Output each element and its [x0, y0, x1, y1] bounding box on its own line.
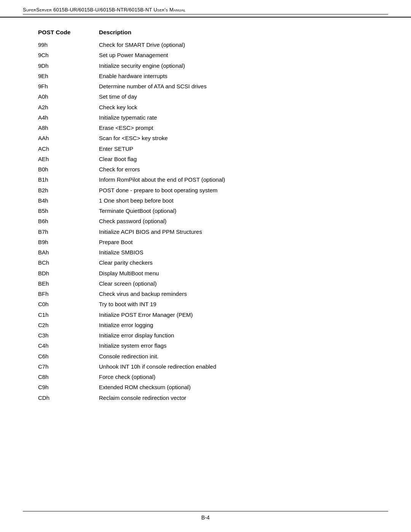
table-row: B2hPOST done - prepare to boot operating…: [38, 185, 373, 195]
table-row: BAhInitialize SMBIOS: [38, 247, 373, 257]
cell-post-code: B2h: [38, 186, 99, 195]
cell-post-code: BCh: [38, 258, 99, 267]
cell-description: Force check (optional): [99, 372, 373, 381]
cell-description: Reclaim console redirection vector: [99, 393, 373, 402]
cell-description: Set time of day: [99, 92, 373, 101]
table-row: A8hErase <ESC> prompt: [38, 123, 373, 133]
cell-description: Clear parity checkers: [99, 258, 373, 267]
cell-description: Prepare Boot: [99, 238, 373, 246]
table-row: AEhClear Boot flag: [38, 154, 373, 164]
table-row: B7hInitialize ACPI BIOS and PPM Structur…: [38, 227, 373, 237]
cell-post-code: 9Dh: [38, 61, 99, 70]
cell-post-code: A4h: [38, 113, 99, 122]
table-row: A4hInitialize typematic rate: [38, 112, 373, 123]
table-header: POST Code Description: [38, 29, 373, 36]
cell-post-code: B4h: [38, 196, 99, 205]
col-header-code: POST Code: [38, 29, 99, 36]
cell-description: Check password (optional): [99, 217, 373, 225]
cell-description: 1 One short beep before boot: [99, 196, 373, 205]
header-divider: [23, 14, 388, 14]
table-row: C7hUnhook INT 10h if console redirection…: [38, 361, 373, 372]
table-row: CDhReclaim console redirection vector: [38, 393, 373, 403]
cell-description: Determine number of ATA and SCSI drives: [99, 82, 373, 91]
table-row: 9DhInitialize security engine (optional): [38, 61, 373, 71]
cell-post-code: C6h: [38, 352, 99, 361]
table-row: BEhClear screen (optional): [38, 278, 373, 289]
cell-description: Initialize ACPI BIOS and PPM Structures: [99, 227, 373, 236]
cell-description: Initialize typematic rate: [99, 113, 373, 122]
table-row: AChEnter SETUP: [38, 144, 373, 154]
page-container: SuperServer 6015B-UR/6015B-U/6015B-NTR/6…: [0, 0, 411, 532]
cell-description: Display MultiBoot menu: [99, 269, 373, 278]
cell-post-code: ACh: [38, 144, 99, 153]
cell-post-code: B6h: [38, 217, 99, 225]
table-row: AAhScan for <ESC> key stroke: [38, 133, 373, 143]
cell-description: Scan for <ESC> key stroke: [99, 134, 373, 142]
cell-description: Set up Power Management: [99, 51, 373, 59]
table-row: 9ChSet up Power Management: [38, 50, 373, 60]
cell-description: POST done - prepare to boot operating sy…: [99, 186, 373, 195]
cell-description: Check for SMART Drive (optional): [99, 40, 373, 49]
cell-description: Check virus and backup reminders: [99, 289, 373, 298]
table-row: C2hInitialize error logging: [38, 320, 373, 330]
page-footer: B-4: [0, 511, 411, 521]
table-row: B4h1 One short beep before boot: [38, 195, 373, 206]
cell-post-code: C3h: [38, 331, 99, 340]
cell-post-code: C1h: [38, 310, 99, 319]
cell-post-code: BAh: [38, 248, 99, 257]
page-header: SuperServer 6015B-UR/6015B-U/6015B-NTR/6…: [0, 0, 411, 18]
cell-description: Clear screen (optional): [99, 279, 373, 288]
table-row: BChClear parity checkers: [38, 257, 373, 268]
cell-post-code: C2h: [38, 321, 99, 329]
cell-post-code: B9h: [38, 238, 99, 246]
table-row: A2hCheck key lock: [38, 102, 373, 112]
table-row: BFhCheck virus and backup reminders: [38, 289, 373, 299]
cell-post-code: A0h: [38, 92, 99, 101]
post-code-table: POST Code Description 99hCheck for SMART…: [38, 29, 373, 403]
table-row: C6hConsole redirection init.: [38, 351, 373, 361]
table-row: C1hInitialize POST Error Manager (PEM): [38, 310, 373, 320]
table-row: B1hInform RomPilot about the end of POST…: [38, 174, 373, 185]
cell-post-code: B5h: [38, 206, 99, 215]
cell-post-code: 9Ch: [38, 51, 99, 59]
table-row: C4hInitialize system error flags: [38, 340, 373, 351]
table-row: B6hCheck password (optional): [38, 216, 373, 226]
cell-description: Initialize SMBIOS: [99, 248, 373, 257]
cell-post-code: A8h: [38, 123, 99, 132]
table-row: B0hCheck for errors: [38, 164, 373, 174]
cell-post-code: A2h: [38, 103, 99, 112]
main-content: POST Code Description 99hCheck for SMART…: [0, 18, 411, 433]
cell-post-code: B1h: [38, 175, 99, 184]
table-row: C8hForce check (optional): [38, 372, 373, 382]
cell-description: Check for errors: [99, 165, 373, 174]
header-title: SuperServer 6015B-UR/6015B-U/6015B-NTR/6…: [23, 7, 388, 13]
cell-post-code: AEh: [38, 155, 99, 163]
footer-divider: [23, 511, 388, 511]
cell-post-code: B7h: [38, 227, 99, 236]
table-row: A0hSet time of day: [38, 91, 373, 102]
table-row: C3hInitialize error display function: [38, 330, 373, 340]
table-row: 9FhDetermine number of ATA and SCSI driv…: [38, 81, 373, 91]
cell-description: Try to boot with INT 19: [99, 300, 373, 308]
cell-post-code: 9Fh: [38, 82, 99, 91]
cell-post-code: AAh: [38, 134, 99, 142]
cell-description: Initialize POST Error Manager (PEM): [99, 310, 373, 319]
table-row: B9hPrepare Boot: [38, 237, 373, 247]
page-number: B-4: [0, 514, 411, 521]
cell-post-code: B0h: [38, 165, 99, 174]
cell-post-code: C7h: [38, 362, 99, 371]
cell-description: Enter SETUP: [99, 144, 373, 153]
cell-post-code: C0h: [38, 300, 99, 308]
cell-post-code: C9h: [38, 383, 99, 391]
table-row: C0hTry to boot with INT 19: [38, 299, 373, 309]
cell-description: Erase <ESC> prompt: [99, 123, 373, 132]
cell-description: Initialize error logging: [99, 321, 373, 329]
cell-description: Check key lock: [99, 103, 373, 112]
table-row: B5hTerminate QuietBoot (optional): [38, 206, 373, 216]
cell-description: Extended ROM checksum (optional): [99, 383, 373, 391]
table-row: BDhDisplay MultiBoot menu: [38, 268, 373, 278]
col-header-desc: Description: [99, 29, 373, 36]
cell-post-code: BEh: [38, 279, 99, 288]
cell-post-code: CDh: [38, 393, 99, 402]
table-row: C9hExtended ROM checksum (optional): [38, 382, 373, 392]
